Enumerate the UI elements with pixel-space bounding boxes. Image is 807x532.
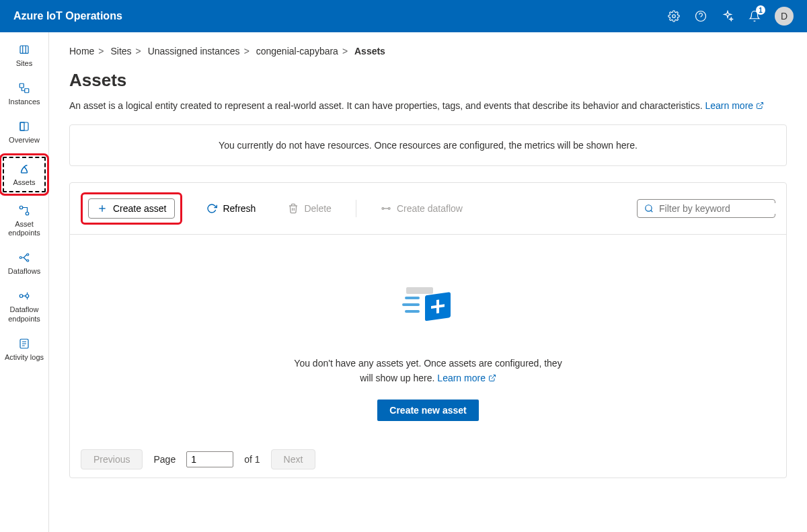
- empty-illustration: [83, 275, 773, 336]
- svg-point-7: [20, 206, 23, 209]
- svg-rect-6: [20, 122, 24, 130]
- sidebar-item-assets[interactable]: Assets: [3, 157, 46, 192]
- sidebar-item-dataflows[interactable]: Dataflows: [3, 245, 46, 281]
- svg-line-15: [759, 103, 763, 107]
- svg-point-1: [696, 11, 706, 22]
- help-icon[interactable]: [694, 9, 707, 23]
- sidebar-item-sites[interactable]: Sites: [3, 38, 46, 73]
- breadcrumb-current: Assets: [354, 46, 385, 56]
- top-bar: Azure IoT Operations 1 D: [0, 0, 807, 32]
- prev-button: Previous: [81, 449, 143, 469]
- empty-learn-more-link[interactable]: Learn more: [437, 373, 496, 383]
- sidebar: Sites Instances Overview Assets Asset en…: [0, 32, 49, 532]
- plus-icon: [97, 203, 108, 214]
- page-of-label: of 1: [244, 454, 260, 465]
- svg-line-29: [492, 375, 496, 379]
- trash-icon: [288, 203, 299, 214]
- sparkle-icon[interactable]: [721, 9, 734, 23]
- sidebar-item-overview[interactable]: Overview: [3, 114, 46, 150]
- notifications-icon[interactable]: 1: [748, 9, 761, 23]
- create-dataflow-button: Create dataflow: [373, 199, 471, 218]
- search-box[interactable]: [637, 199, 775, 218]
- svg-line-21: [651, 211, 653, 213]
- sidebar-item-asset-endpoints[interactable]: Asset endpoints: [3, 198, 46, 243]
- svg-point-12: [20, 295, 23, 298]
- search-input[interactable]: [659, 203, 777, 214]
- refresh-icon: [206, 203, 217, 214]
- dataflow-icon: [381, 203, 391, 214]
- svg-rect-4: [25, 89, 29, 93]
- overview-icon: [17, 120, 31, 133]
- dataflows-icon: [17, 251, 31, 264]
- svg-rect-22: [406, 287, 433, 294]
- breadcrumb-item[interactable]: Sites: [110, 46, 131, 56]
- pagination: Previous Page of 1 Next: [70, 441, 786, 478]
- sidebar-item-instances[interactable]: Instances: [3, 76, 46, 112]
- sites-icon: [17, 43, 31, 56]
- sidebar-item-label: Overview: [9, 136, 40, 145]
- notice-text: You currently do not have resources. Onc…: [219, 140, 638, 151]
- assets-panel: Create asset Refresh Delete Create dataf…: [69, 182, 787, 478]
- page-title: Assets: [69, 70, 787, 91]
- avatar[interactable]: D: [775, 7, 794, 26]
- toolbar: Create asset Refresh Delete Create dataf…: [70, 183, 786, 235]
- highlight-assets-nav: Assets: [0, 153, 49, 196]
- external-link-icon: [488, 374, 496, 382]
- svg-point-10: [27, 254, 29, 256]
- svg-point-0: [672, 15, 676, 18]
- svg-point-11: [27, 260, 29, 262]
- page-label: Page: [153, 454, 176, 465]
- svg-rect-24: [402, 303, 420, 306]
- page-input[interactable]: [186, 451, 233, 467]
- svg-point-9: [20, 257, 22, 259]
- refresh-button[interactable]: Refresh: [198, 199, 264, 218]
- activity-logs-icon: [17, 337, 31, 350]
- sidebar-item-label: Dataflows: [8, 267, 40, 276]
- svg-point-13: [26, 295, 29, 298]
- sidebar-item-activity-logs[interactable]: Activity logs: [3, 332, 46, 367]
- page-description: An asset is a logical entity created to …: [69, 100, 787, 111]
- learn-more-link[interactable]: Learn more: [705, 100, 764, 111]
- delete-button: Delete: [280, 199, 339, 218]
- search-icon: [644, 204, 654, 213]
- highlight-create-asset: Create asset: [81, 192, 182, 225]
- brand-title: Azure IoT Operations: [13, 10, 122, 22]
- breadcrumb-item[interactable]: congenial-capybara: [256, 46, 338, 56]
- next-button: Next: [271, 449, 316, 469]
- instances-icon: [17, 81, 31, 95]
- sidebar-item-label: Asset endpoints: [4, 220, 44, 237]
- breadcrumb-item[interactable]: Unassigned instances: [148, 46, 240, 56]
- create-new-asset-button[interactable]: Create new asset: [377, 400, 478, 421]
- notification-badge: 1: [756, 5, 765, 15]
- breadcrumb-item[interactable]: Home: [69, 46, 94, 56]
- svg-point-19: [388, 208, 390, 210]
- sidebar-item-dataflow-endpoints[interactable]: Dataflow endpoints: [3, 284, 46, 328]
- sidebar-item-label: Instances: [8, 98, 40, 106]
- assets-icon: [17, 162, 31, 176]
- create-asset-button[interactable]: Create asset: [88, 198, 175, 219]
- empty-text: You don't have any assets yet. Once asse…: [287, 356, 570, 386]
- main-content: Home> Sites> Unassigned instances> conge…: [49, 32, 807, 532]
- notice-card: You currently do not have resources. Onc…: [69, 124, 787, 166]
- svg-point-20: [646, 205, 652, 211]
- dataflow-endpoints-icon: [17, 289, 31, 303]
- asset-endpoints-icon: [17, 204, 31, 217]
- breadcrumb: Home> Sites> Unassigned instances> conge…: [69, 46, 787, 56]
- topbar-actions: 1 D: [667, 7, 794, 26]
- svg-rect-3: [20, 83, 24, 87]
- svg-line-28: [431, 305, 445, 307]
- svg-point-18: [382, 208, 384, 210]
- toolbar-divider: [356, 200, 356, 217]
- svg-point-8: [26, 212, 29, 215]
- svg-rect-23: [405, 297, 420, 299]
- svg-rect-25: [405, 310, 420, 313]
- sidebar-item-label: Activity logs: [5, 353, 44, 362]
- empty-state: You don't have any assets yet. Once asse…: [70, 235, 786, 441]
- sidebar-item-label: Dataflow endpoints: [4, 305, 44, 323]
- sidebar-item-label: Sites: [16, 59, 32, 68]
- sidebar-item-label: Assets: [13, 178, 35, 187]
- settings-icon[interactable]: [667, 9, 681, 23]
- external-link-icon: [756, 102, 764, 110]
